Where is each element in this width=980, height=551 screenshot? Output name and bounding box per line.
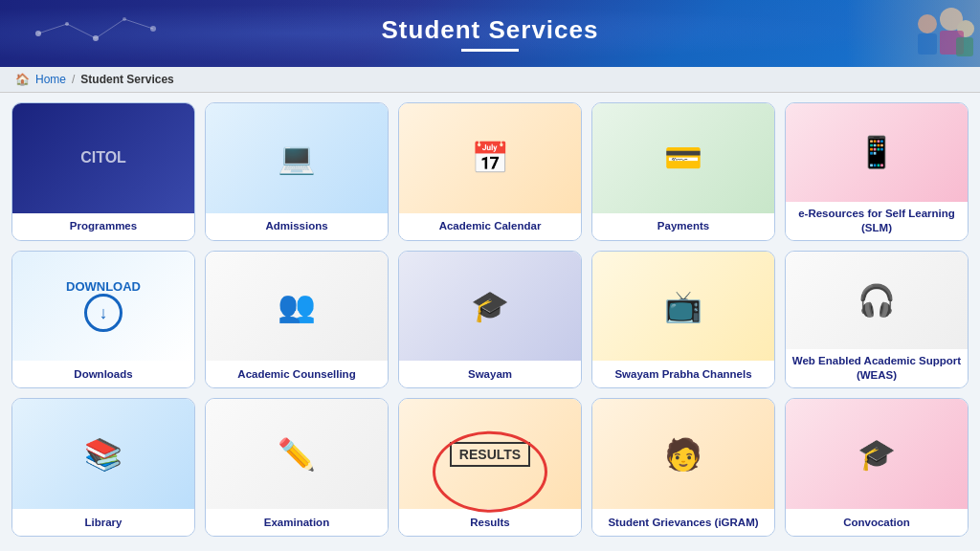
card-swayam-prabha[interactable]: Swayam Prabha Channels <box>591 251 775 389</box>
breadcrumb-home-link[interactable]: Home <box>35 73 66 86</box>
page-title: Student Services <box>382 15 599 52</box>
svg-point-10 <box>918 14 937 33</box>
card-label-programmes: Programmes <box>12 213 194 240</box>
card-label-payments: Payments <box>592 213 774 240</box>
card-img-programmes <box>12 103 194 213</box>
card-label-student-grievances: Student Grievances (iGRAM) <box>592 509 774 536</box>
card-weas[interactable]: Web Enabled Academic Support (WEAS) <box>785 251 969 389</box>
card-admissions[interactable]: Admissions <box>205 102 389 241</box>
card-label-academic-calendar: Academic Calendar <box>399 213 581 240</box>
card-downloads[interactable]: DOWNLOAD ↓ Downloads <box>11 251 195 389</box>
card-label-eresources: e-Resources for Self Learning (SLM) <box>786 202 968 240</box>
card-img-payments <box>592 103 774 213</box>
svg-line-6 <box>67 24 96 38</box>
card-label-examination: Examination <box>206 509 388 536</box>
card-img-library <box>12 399 194 509</box>
card-label-library: Library <box>12 509 194 536</box>
card-swayam[interactable]: Swayam <box>398 251 582 389</box>
results-label: RESULTS <box>450 442 530 467</box>
card-img-convocation <box>786 399 968 509</box>
network-decoration <box>19 10 163 57</box>
card-img-academic-calendar <box>399 103 581 213</box>
card-programmes[interactable]: Programmes <box>11 102 195 241</box>
card-label-academic-counselling: Academic Counselling <box>206 361 388 387</box>
card-img-weas <box>786 252 968 350</box>
svg-line-7 <box>96 19 124 38</box>
card-payments[interactable]: Payments <box>591 102 775 241</box>
card-library[interactable]: Library <box>11 398 195 537</box>
card-examination[interactable]: Examination <box>205 398 389 537</box>
card-img-eresources <box>786 103 968 202</box>
card-img-downloads: DOWNLOAD ↓ <box>12 252 194 362</box>
services-grid: ProgrammesAdmissionsAcademic CalendarPay… <box>0 93 980 546</box>
card-img-student-grievances <box>592 399 774 509</box>
card-img-results: RESULTS <box>399 399 581 509</box>
card-student-grievances[interactable]: Student Grievances (iGRAM) <box>591 398 775 537</box>
card-label-results: Results <box>399 509 581 536</box>
breadcrumb-separator: / <box>72 73 75 86</box>
download-arrow-icon: ↓ <box>84 294 122 332</box>
card-label-downloads: Downloads <box>12 361 194 387</box>
card-img-admissions <box>206 103 388 213</box>
card-img-examination <box>206 399 388 509</box>
svg-rect-14 <box>956 37 973 56</box>
card-academic-counselling[interactable]: Academic Counselling <box>205 251 389 389</box>
page-header: Student Services <box>0 0 980 67</box>
card-label-swayam: Swayam <box>399 361 581 387</box>
breadcrumb: 🏠 Home / Student Services <box>0 67 980 93</box>
card-convocation[interactable]: Convocation <box>785 398 969 537</box>
card-results[interactable]: RESULTS Results <box>398 398 582 537</box>
card-label-swayam-prabha: Swayam Prabha Channels <box>592 361 774 387</box>
download-label: DOWNLOAD <box>66 279 141 294</box>
card-label-convocation: Convocation <box>786 509 968 536</box>
card-academic-calendar[interactable]: Academic Calendar <box>398 102 582 241</box>
card-label-weas: Web Enabled Academic Support (WEAS) <box>786 349 968 387</box>
card-img-swayam <box>399 252 581 362</box>
card-label-admissions: Admissions <box>206 213 388 240</box>
card-img-swayam-prabha <box>592 252 774 362</box>
card-img-academic-counselling <box>206 252 388 362</box>
breadcrumb-current: Student Services <box>80 73 173 86</box>
svg-rect-13 <box>918 33 937 55</box>
header-illustration <box>846 0 980 67</box>
home-icon: 🏠 <box>15 73 30 86</box>
card-eresources[interactable]: e-Resources for Self Learning (SLM) <box>785 102 969 241</box>
svg-line-8 <box>124 19 153 29</box>
svg-line-5 <box>38 24 67 33</box>
